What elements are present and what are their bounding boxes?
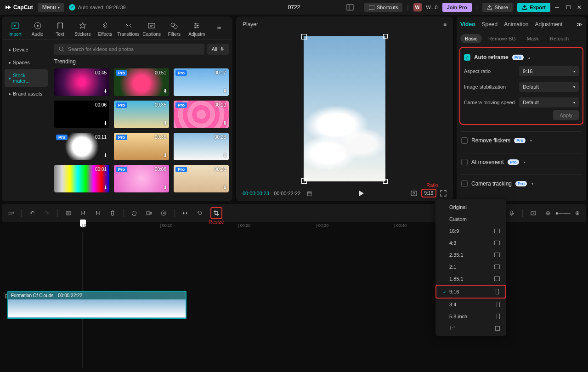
subtab-retouch[interactable]: Retouch	[545, 34, 573, 43]
user-avatar[interactable]: W	[413, 3, 422, 11]
chevron-down-icon[interactable]: ▾	[531, 182, 533, 186]
category-effects[interactable]: Effects	[94, 18, 116, 39]
subnav-stockmater[interactable]: ▸Stock mater...	[5, 69, 48, 87]
media-item[interactable]: 00:06⬇	[54, 101, 109, 128]
ratio-option-11[interactable]: 1:1	[435, 322, 506, 334]
ratio-option-916[interactable]: ✓9:16	[435, 285, 506, 299]
crop-tool[interactable]: Resize	[210, 207, 222, 219]
subnav-brandassets[interactable]: ▸Brand assets	[5, 88, 48, 100]
tab-video[interactable]: Video	[460, 21, 475, 30]
autosave-status: ✓ Auto saved: 09:26:39	[69, 4, 126, 11]
delete-icon[interactable]	[108, 209, 117, 217]
mic-icon[interactable]	[508, 209, 516, 217]
tab-adjustment[interactable]: Adjustment	[535, 21, 563, 30]
subnav-device[interactable]: ▸Device	[5, 44, 48, 56]
category-adjustm[interactable]: Adjustm	[186, 18, 208, 39]
category-filters[interactable]: Filters	[163, 18, 186, 39]
mirror-icon[interactable]	[181, 209, 189, 217]
maximize-icon[interactable]: ☐	[566, 4, 572, 11]
export-button[interactable]: Export	[517, 3, 550, 12]
tabs-more-icon[interactable]: ≫	[577, 21, 582, 30]
menu-button[interactable]: Menu▾	[38, 3, 64, 12]
auto-reframe-checkbox[interactable]: ✓	[464, 54, 470, 61]
ratio-option-58inch[interactable]: 5.8-inch	[435, 310, 506, 322]
remove-flickers-checkbox[interactable]	[461, 137, 468, 144]
trim-left-icon[interactable]	[79, 209, 87, 217]
category-stickers[interactable]: Stickers	[71, 18, 94, 39]
minimize-icon[interactable]: ─	[555, 4, 561, 11]
subtab-mask[interactable]: Mask	[522, 34, 543, 43]
category-transitions[interactable]: Transitions	[116, 18, 141, 39]
video-preview[interactable]	[304, 36, 385, 181]
play-button[interactable]	[357, 190, 365, 197]
media-item[interactable]: 00:10⬇Pro	[174, 101, 229, 128]
ratio-option-Custom[interactable]: Custom	[435, 213, 506, 225]
svg-rect-19	[411, 191, 417, 196]
compare-icon[interactable]	[410, 190, 418, 197]
media-item[interactable]: 00:11⬇Pro	[54, 133, 109, 160]
list-icon[interactable]: ▤	[307, 190, 312, 197]
media-item[interactable]: 00:23⬇	[174, 133, 229, 160]
category-audio[interactable]: Audio	[26, 18, 49, 39]
zoom-in-icon[interactable]: ⊕	[573, 209, 582, 217]
join-pro-button[interactable]: Join Pro	[442, 3, 472, 12]
zoom-slider[interactable]: ●───	[559, 209, 567, 217]
media-item[interactable]: 00:45⬇	[54, 68, 109, 96]
share-button[interactable]: Share	[482, 3, 513, 12]
camera-speed-select[interactable]: Default▾	[519, 97, 579, 107]
stabilization-select[interactable]: Default▾	[519, 82, 579, 92]
narration-icon[interactable]	[145, 209, 153, 217]
markout-icon[interactable]	[130, 209, 138, 217]
media-item[interactable]: 00:08⬇Pro	[114, 165, 169, 192]
ratio-option-43[interactable]: 4:3	[435, 237, 506, 249]
media-item[interactable]: 00:23⬇Pro	[174, 165, 229, 192]
camera-tracking-checkbox[interactable]	[461, 180, 468, 187]
chevron-down-icon[interactable]: ▾	[524, 160, 526, 164]
ratio-option-2351[interactable]: 2.35:1	[435, 249, 506, 261]
ratio-option-1851[interactable]: 1.85:1	[435, 273, 506, 285]
ratio-option-21[interactable]: 2:1	[435, 261, 506, 273]
categories-more-icon[interactable]: ≫	[208, 18, 231, 39]
apply-button[interactable]: Apply	[553, 110, 579, 120]
reverse-icon[interactable]	[159, 209, 168, 217]
markers-icon[interactable]	[529, 209, 537, 217]
ratio-option-169[interactable]: 16:9	[435, 225, 506, 237]
selection-tool-icon[interactable]: ▭▾	[6, 209, 15, 217]
chevron-down-icon[interactable]: ▾	[530, 139, 532, 143]
ratio-button[interactable]: Ratio 9:16	[421, 189, 436, 197]
category-captions[interactable]: Captions	[141, 18, 163, 39]
fullscreen-icon[interactable]	[440, 190, 447, 197]
category-import[interactable]: Import	[4, 18, 26, 39]
zoom-out-icon[interactable]: ⊖	[544, 209, 552, 217]
redo-icon[interactable]: ↷	[43, 209, 51, 217]
shortcuts-button[interactable]: Shortcuts	[364, 3, 402, 12]
trim-right-icon[interactable]	[94, 209, 102, 217]
media-item[interactable]: 00:35⬇Pro	[114, 101, 169, 128]
player-menu-icon[interactable]: ≡	[443, 21, 447, 28]
media-item[interactable]: 00:01⬇	[54, 165, 109, 192]
tab-animation[interactable]: Animation	[504, 21, 528, 30]
split-icon[interactable]	[64, 209, 73, 217]
pro-badge: Pro	[508, 159, 519, 165]
undo-icon[interactable]: ↶	[28, 209, 36, 217]
aspect-ratio-select[interactable]: 9:16▾	[519, 66, 579, 76]
rotate-icon[interactable]	[196, 209, 204, 217]
media-item[interactable]: 00:36⬇Pro	[114, 133, 169, 160]
category-text[interactable]: Text	[49, 18, 71, 39]
close-icon[interactable]: ✕	[577, 4, 583, 11]
search-input[interactable]: Search for videos and photos	[54, 44, 204, 55]
ai-movement-checkbox[interactable]	[461, 159, 468, 165]
layout-icon[interactable]	[346, 4, 354, 11]
ratio-option-34[interactable]: 3:4	[435, 299, 506, 310]
ratio-option-Original[interactable]: Original	[435, 201, 506, 213]
media-item[interactable]: 00:17⬇Pro	[174, 68, 229, 96]
svg-point-9	[171, 23, 175, 27]
video-clip[interactable]: Formation Of Clouds 00:00:22:22	[7, 291, 187, 319]
subtab-basic[interactable]: Basic	[460, 34, 482, 43]
tab-speed[interactable]: Speed	[481, 21, 498, 30]
media-item[interactable]: 00:51⬇Pro	[114, 68, 169, 96]
subtab-removebg[interactable]: Remove BG	[484, 34, 520, 43]
filter-all-button[interactable]: All⇅	[207, 44, 229, 55]
chevron-up-icon[interactable]: ▴	[528, 56, 530, 60]
subnav-spaces[interactable]: ▸Spaces	[5, 56, 48, 68]
